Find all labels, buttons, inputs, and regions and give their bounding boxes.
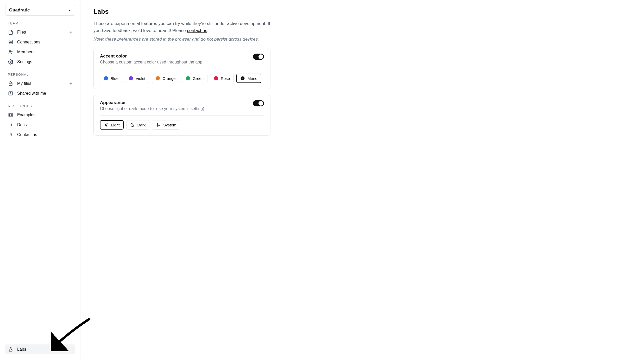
sidebar-item-examples[interactable]: Examples bbox=[5, 110, 75, 120]
sidebar: Quadratic TEAM Files Connections bbox=[0, 0, 80, 359]
sidebar-item-contact-us[interactable]: Contact us bbox=[5, 130, 75, 140]
svg-line-24 bbox=[107, 124, 108, 124]
moon-icon bbox=[130, 123, 135, 127]
gear-icon bbox=[8, 59, 14, 65]
section-label-resources: RESOURCES bbox=[8, 104, 75, 108]
accent-color-subtitle: Choose a custom accent color used throug… bbox=[100, 60, 204, 65]
accent-color-toggle[interactable] bbox=[253, 54, 264, 60]
sidebar-item-settings[interactable]: Settings bbox=[5, 57, 75, 67]
svg-point-16 bbox=[105, 124, 107, 126]
svg-line-13 bbox=[10, 124, 12, 126]
main-content: Labs These are experimental features you… bbox=[80, 0, 367, 359]
swatch-green bbox=[186, 76, 190, 80]
svg-rect-11 bbox=[10, 114, 11, 116]
appearance-subtitle: Choose light or dark mode (or use your s… bbox=[100, 106, 205, 111]
appearance-option-light[interactable]: Light bbox=[100, 120, 124, 130]
sidebar-item-label: Examples bbox=[17, 113, 35, 117]
appearance-card: Appearance Choose light or dark mode (or… bbox=[93, 95, 270, 136]
sidebar-item-label: Files bbox=[17, 30, 26, 35]
svg-point-3 bbox=[9, 50, 11, 52]
add-file-button[interactable] bbox=[69, 30, 73, 34]
svg-line-22 bbox=[107, 126, 108, 126]
page-title: Labs bbox=[93, 8, 354, 15]
sidebar-item-label: Members bbox=[17, 50, 35, 54]
appearance-title: Appearance bbox=[100, 100, 205, 105]
appearance-options: Light Dark System bbox=[100, 120, 264, 130]
sidebar-item-labs[interactable]: Labs bbox=[5, 344, 75, 354]
section-label-personal: PERSONAL bbox=[8, 73, 75, 76]
accent-color-options: Blue Violet Orange Green Rose bbox=[100, 74, 264, 83]
sidebar-item-members[interactable]: Members bbox=[5, 47, 75, 57]
divider bbox=[100, 69, 264, 69]
svg-point-2 bbox=[9, 40, 12, 41]
database-icon bbox=[8, 39, 14, 45]
svg-rect-12 bbox=[12, 114, 12, 116]
svg-rect-10 bbox=[9, 114, 10, 116]
section-label-team: TEAM bbox=[8, 21, 75, 25]
swatch-orange bbox=[156, 76, 160, 80]
swatch-rose bbox=[214, 76, 218, 80]
svg-point-4 bbox=[11, 51, 12, 52]
contact-us-link[interactable]: contact us bbox=[187, 28, 207, 33]
sidebar-item-label: Connections bbox=[17, 40, 40, 44]
accent-option-violet[interactable]: Violet bbox=[125, 74, 149, 83]
sliders-icon bbox=[156, 123, 161, 127]
page-note: Note: these preferences are stored in th… bbox=[93, 37, 354, 42]
add-my-file-button[interactable] bbox=[69, 81, 73, 86]
external-link-icon bbox=[8, 122, 14, 128]
accent-option-green[interactable]: Green bbox=[182, 74, 207, 83]
layout-icon bbox=[8, 112, 14, 118]
external-link-icon bbox=[8, 132, 14, 138]
flask-icon bbox=[8, 347, 14, 352]
lock-icon bbox=[8, 81, 14, 86]
svg-line-14 bbox=[10, 134, 12, 136]
accent-option-rose[interactable]: Rose bbox=[210, 74, 234, 83]
sidebar-item-docs[interactable]: Docs bbox=[5, 120, 75, 130]
appearance-option-dark[interactable]: Dark bbox=[126, 120, 150, 130]
sidebar-item-label: Shared with me bbox=[17, 91, 46, 96]
sidebar-item-label: My files bbox=[17, 81, 31, 86]
svg-point-5 bbox=[10, 61, 11, 63]
accent-color-card: Accent color Choose a custom accent colo… bbox=[93, 48, 270, 89]
accent-color-title: Accent color bbox=[100, 54, 204, 59]
sidebar-item-my-files[interactable]: My files bbox=[5, 79, 75, 88]
divider bbox=[100, 115, 264, 116]
inbox-icon bbox=[8, 91, 14, 96]
svg-rect-6 bbox=[9, 83, 12, 85]
accent-option-blue[interactable]: Blue bbox=[100, 74, 122, 83]
sun-icon bbox=[104, 123, 109, 127]
sidebar-item-label: Settings bbox=[17, 60, 32, 64]
brand-name: Quadratic bbox=[9, 8, 30, 13]
page-description: These are experimental features you can … bbox=[93, 20, 276, 34]
svg-line-21 bbox=[105, 124, 105, 124]
file-icon bbox=[8, 29, 14, 35]
sidebar-item-label: Docs bbox=[17, 123, 27, 127]
appearance-toggle[interactable] bbox=[253, 100, 264, 106]
sidebar-item-files[interactable]: Files bbox=[5, 27, 75, 37]
sidebar-item-connections[interactable]: Connections bbox=[5, 37, 75, 47]
chevron-down-icon bbox=[68, 9, 71, 12]
sidebar-item-shared-with-me[interactable]: Shared with me bbox=[5, 88, 75, 98]
swatch-violet bbox=[129, 76, 133, 80]
svg-line-23 bbox=[105, 126, 105, 126]
brand-dropdown[interactable]: Quadratic bbox=[5, 5, 75, 16]
checkmark-icon bbox=[240, 76, 245, 81]
accent-option-orange[interactable]: Orange bbox=[152, 74, 179, 83]
sidebar-item-label: Contact us bbox=[17, 132, 37, 137]
accent-option-mono[interactable]: Mono bbox=[236, 74, 261, 83]
people-icon bbox=[8, 49, 14, 55]
svg-point-15 bbox=[241, 76, 245, 80]
swatch-blue bbox=[104, 76, 108, 80]
appearance-option-system[interactable]: System bbox=[152, 120, 180, 130]
sidebar-item-label: Labs bbox=[17, 347, 26, 352]
